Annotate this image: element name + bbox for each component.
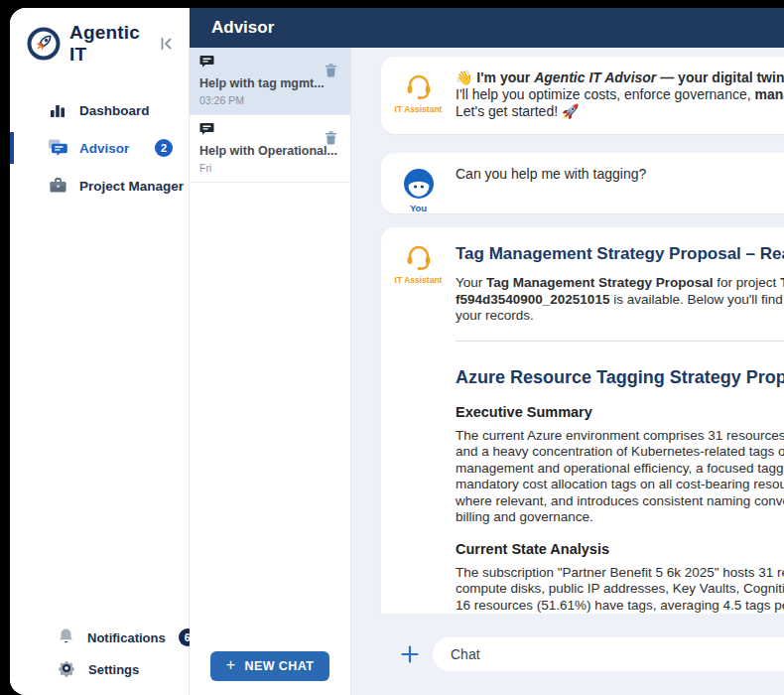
footer-item-label: Notifications (87, 630, 166, 645)
page-header: Advisor (190, 8, 784, 48)
avatar: IT Assistant (381, 57, 456, 134)
text-line: The current Azure environment comprises … (456, 428, 784, 445)
chat-timestamp: 03:26 PM (199, 94, 340, 106)
text-line: f594d3540900_20251015 is available. Belo… (456, 292, 784, 309)
message-title: Tag Management Strategy Proposal – Ready… (456, 243, 784, 265)
dashboard-icon (48, 100, 67, 120)
avatar: You (381, 153, 456, 213)
message-content: 👋 I'm your Agentic IT Advisor — your dig… (456, 57, 784, 134)
sidebar-nav: Dashboard Advisor 2 (10, 91, 189, 205)
sub-heading: Executive Summary (456, 403, 784, 421)
bell-icon (58, 627, 74, 648)
chat-area: IT Assistant👋 I'm your Agentic IT Adviso… (351, 48, 784, 695)
sidebar-item-project-manager[interactable]: Project Manager (10, 167, 189, 205)
app-title: Agentic IT (69, 22, 149, 66)
attach-plus-icon[interactable] (399, 643, 421, 665)
message-card: IT Assistant👋 I'm your Agentic IT Adviso… (381, 57, 784, 134)
app-window: Agentic IT Dashboard (10, 8, 784, 695)
sidebar-item-label: Advisor (79, 141, 129, 156)
text-line: where relevant, and introduces consisten… (456, 493, 784, 510)
sender-label: You (410, 203, 427, 213)
new-chat-button[interactable]: + NEW CHAT (210, 651, 329, 681)
text-line: Let's get started! 🚀 (456, 103, 784, 120)
chat-input-pill (433, 637, 784, 671)
gear-icon (58, 659, 75, 680)
text-line: your records. (456, 308, 784, 325)
text-line: management and operational efficiency, a… (456, 461, 784, 478)
sidebar-item-settings[interactable]: Settings (10, 653, 189, 685)
agentic-it-logo-icon (26, 26, 62, 62)
chat-title: Help with tag mgmt... (199, 76, 340, 90)
text-line: 16 resources (51.61%) have tags, averagi… (456, 598, 784, 615)
delete-chat-icon[interactable] (325, 63, 337, 81)
page-title: Advisor (211, 18, 274, 38)
sub-heading: Current State Analysis (456, 540, 784, 558)
user-face-icon (403, 168, 435, 200)
chat-list: Help with tag mgmt... 03:26 PM (190, 48, 351, 695)
text-line: and a heavy concentration of Kubernetes-… (456, 444, 784, 461)
chat-input[interactable] (449, 645, 784, 663)
chat-list-item[interactable]: Help with Operational... Fri (190, 115, 350, 183)
composer-bar (351, 614, 784, 695)
chat-bubble-icon (199, 55, 214, 69)
sidebar-item-dashboard[interactable]: Dashboard (10, 91, 189, 129)
chat-list-item[interactable]: Help with tag mgmt... 03:26 PM (190, 48, 350, 115)
delete-chat-icon[interactable] (325, 130, 337, 149)
advisor-chat-icon (48, 138, 67, 158)
collapse-sidebar-icon[interactable] (157, 34, 177, 54)
sender-label: IT Assistant (395, 104, 443, 114)
headset-icon (403, 242, 435, 272)
text-line: compute disks, public IP addresses, Key … (456, 581, 784, 598)
logo-row: Agentic IT (10, 8, 189, 70)
chat-timestamp: Fri (199, 162, 340, 174)
text-line: Your Tag Management Strategy Proposal fo… (456, 275, 784, 292)
footer-item-label: Settings (88, 662, 139, 677)
content-area: Help with tag mgmt... 03:26 PM (190, 48, 784, 695)
section-heading: Azure Resource Tagging Strategy Proposal (456, 366, 784, 389)
message-card: YouCan you help me with tagging? (381, 153, 784, 213)
main-panel: Advisor Help with tag mgmt... 03:26 PM (190, 8, 784, 695)
chat-title: Help with Operational... (199, 144, 340, 158)
sidebar-footer: Notifications 6 Settings (10, 622, 189, 695)
briefcase-icon (48, 176, 67, 196)
text-line: The subscription "Partner Benefit 5 6k 2… (456, 565, 784, 582)
divider (456, 341, 784, 342)
sidebar-item-label: Dashboard (79, 103, 150, 118)
text-line: Can you help me with tagging? (456, 166, 784, 183)
sidebar-item-advisor[interactable]: Advisor 2 (10, 129, 189, 167)
sidebar-item-label: Project Manager (79, 179, 184, 194)
text-line: billing and governance. (456, 509, 784, 526)
text-line: I'll help you optimize costs, enforce go… (456, 86, 784, 103)
sidebar: Agentic IT Dashboard (10, 8, 190, 695)
sender-label: IT Assistant (395, 275, 443, 285)
active-indicator (10, 132, 14, 164)
sidebar-item-notifications[interactable]: Notifications 6 (10, 622, 189, 653)
message-list: IT Assistant👋 I'm your Agentic IT Adviso… (351, 48, 784, 684)
plus-icon: + (226, 656, 236, 674)
text-line: 👋 I'm your Agentic IT Advisor — your dig… (456, 70, 784, 86)
text-line: mandatory cost allocation tags on all co… (456, 477, 784, 493)
headset-icon (403, 71, 435, 101)
new-chat-label: NEW CHAT (245, 659, 315, 673)
advisor-badge: 2 (155, 139, 173, 157)
chat-bubble-icon (199, 122, 214, 136)
message-content: Can you help me with tagging? (456, 153, 784, 213)
